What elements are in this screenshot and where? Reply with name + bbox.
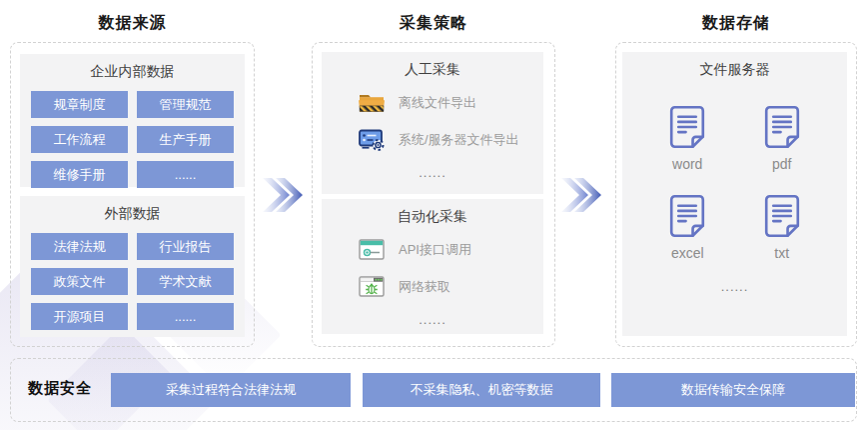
list-item: 系统/服务器文件导出	[358, 127, 543, 153]
external-data-card: 外部数据 法律法规 行业报告 政策文件 学术文献 开源项目 ......	[20, 196, 245, 337]
file-type-label: excel	[671, 245, 704, 261]
tag-production-manual[interactable]: 生产手册	[137, 126, 234, 153]
security-bar-transfer-safety[interactable]: 数据传输安全保障	[611, 373, 855, 407]
file-type-word: word	[640, 105, 735, 172]
more-ellipsis: ......	[322, 312, 543, 327]
external-data-title: 外部数据	[20, 196, 245, 223]
internal-data-grid: 规章制度 管理规范 工作流程 生产手册 维修手册 ......	[20, 81, 245, 188]
tag-rules[interactable]: 规章制度	[31, 91, 128, 118]
column-header-collection-strategy: 采集策略	[312, 13, 555, 34]
web-crawler-icon	[358, 275, 386, 299]
manual-item-label: 系统/服务器文件导出	[399, 131, 519, 149]
column-header-data-storage: 数据存储	[615, 13, 857, 34]
external-data-grid: 法律法规 行业报告 政策文件 学术文献 开源项目 ......	[20, 223, 245, 330]
tag-open-source[interactable]: 开源项目	[31, 303, 128, 330]
manual-item-label: 离线文件导出	[399, 94, 476, 112]
auto-collection-title: 自动化采集	[322, 199, 543, 226]
document-icon	[668, 194, 706, 242]
document-icon	[763, 194, 801, 242]
file-type-label: pdf	[772, 156, 791, 172]
tag-more[interactable]: ......	[137, 303, 234, 330]
file-grid: word pdf	[622, 79, 847, 261]
document-icon	[763, 105, 801, 153]
tag-workflow[interactable]: 工作流程	[31, 126, 128, 153]
flow-arrow-icon	[261, 172, 305, 218]
manual-collection-card: 人工采集 离线文件导出	[322, 52, 543, 194]
auto-item-label: API接口调用	[399, 241, 471, 259]
api-icon	[358, 238, 386, 262]
internal-data-title: 企业内部数据	[20, 54, 245, 81]
tag-academic-papers[interactable]: 学术文献	[137, 268, 234, 295]
internal-data-card: 企业内部数据 规章制度 管理规范 工作流程 生产手册 维修手册 ......	[20, 54, 245, 187]
tag-more[interactable]: ......	[137, 161, 234, 188]
file-type-excel: excel	[640, 194, 735, 261]
document-icon	[668, 105, 706, 153]
file-server-card: 文件服务器 word	[622, 52, 847, 336]
list-item: 网络获取	[358, 274, 543, 300]
data-pipeline-diagram: 数据来源 采集策略 数据存储 企业内部数据 规章制度 管理规范 工作流程 生产手…	[0, 0, 868, 430]
server-export-icon	[358, 128, 386, 152]
more-ellipsis: ......	[622, 279, 847, 294]
tag-policy-docs[interactable]: 政策文件	[31, 268, 128, 295]
tag-repair-manual[interactable]: 维修手册	[31, 161, 128, 188]
security-bar-legal-compliance[interactable]: 采集过程符合法律法规	[111, 373, 351, 407]
file-type-label: txt	[774, 245, 789, 261]
manual-collection-title: 人工采集	[322, 52, 543, 79]
security-bar-no-private-data[interactable]: 不采集隐私、机密等数据	[363, 373, 600, 407]
offline-folder-icon	[358, 91, 386, 115]
auto-item-label: 网络获取	[399, 278, 450, 296]
tag-laws[interactable]: 法律法规	[31, 233, 128, 260]
data-security-label: 数据安全	[28, 379, 92, 398]
auto-collection-card: 自动化采集 API接口调用	[322, 199, 543, 334]
list-item: 离线文件导出	[358, 90, 543, 116]
more-ellipsis: ......	[322, 165, 543, 180]
flow-arrow-icon	[559, 172, 603, 218]
column-header-data-sources: 数据来源	[10, 13, 255, 34]
tag-industry-report[interactable]: 行业报告	[137, 233, 234, 260]
list-item: API接口调用	[358, 237, 543, 263]
file-type-pdf: pdf	[735, 105, 830, 172]
file-type-label: word	[672, 156, 702, 172]
file-server-title: 文件服务器	[622, 52, 847, 79]
file-type-txt: txt	[735, 194, 830, 261]
tag-management-spec[interactable]: 管理规范	[137, 91, 234, 118]
